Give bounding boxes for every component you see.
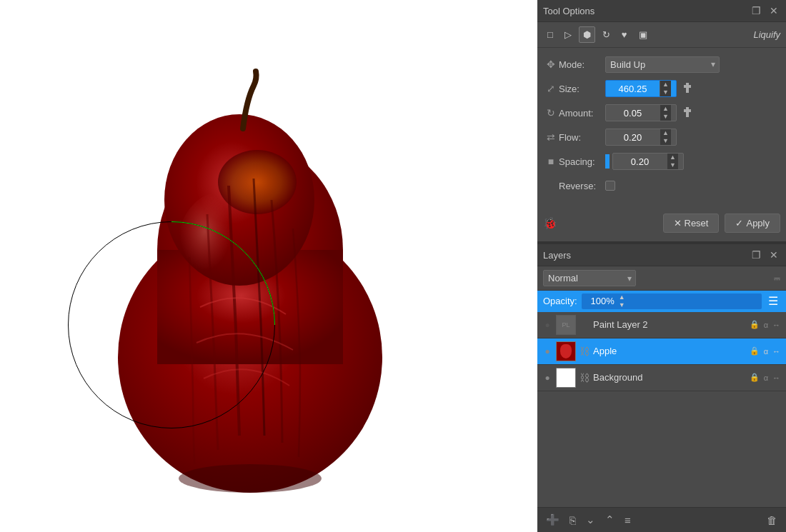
add-layer-btn[interactable]: ➕ [543,512,562,528]
tool-options-body: ✥ Mode: Build Up Normal Smear Rotate Pin… [537,48,786,208]
amount-input[interactable] [606,106,660,121]
reverse-control [605,181,780,191]
apply-btn[interactable]: ✓ Apply [725,214,780,233]
layer-visibility-apple[interactable]: ● [542,346,553,356]
amount-spinners: ▲ ▼ [660,105,671,121]
reverse-checkbox[interactable] [605,181,615,191]
reset-btn[interactable]: ✕ Reset [663,214,720,233]
rect-select-tool-btn[interactable]: □ [543,26,557,43]
size-input[interactable] [606,81,660,96]
spacing-input-wrap: ▲ ▼ [612,153,684,170]
opacity-increment-btn[interactable]: ▲ [617,293,627,301]
layers-title: Layers [543,250,571,261]
layer-item-paint-layer-2[interactable]: ● PL Paint Layer 2 🔒 α ↔ [537,312,786,338]
svg-point-5 [175,193,261,321]
layer-inherit-background[interactable]: ↔ [771,373,782,383]
opacity-input[interactable] [582,294,617,308]
amount-extra-btn[interactable]: 🕇 [680,106,695,119]
mode-select[interactable]: Build Up Normal Smear Rotate Pinch Infla… [605,56,720,73]
size-decrement-btn[interactable]: ▼ [660,89,671,96]
bug-report-btn[interactable]: 🐞 [543,216,557,230]
spacing-spinners: ▲ ▼ [667,154,678,169]
layers-filter-btn[interactable]: ⎓ [774,272,780,284]
spacing-input[interactable] [613,154,667,169]
layer-actions-paint-layer-2: 🔒 α ↔ [748,319,782,330]
paint-tool-btn[interactable]: ♥ [617,26,632,43]
layer-lock-paint-layer-2[interactable]: 🔒 [748,319,761,330]
size-extra-btn[interactable]: 🕇 [680,82,695,95]
tool-options-title: Tool Options [543,6,595,16]
selection-tool-btn[interactable]: ▣ [635,26,652,43]
tool-options-footer: 🐞 ✕ Reset ✓ Apply [537,208,786,241]
layers-header: Layers ❐ ✕ [537,243,786,266]
mode-dropdown-wrapper: Build Up Normal Smear Rotate Pinch Infla… [605,56,720,73]
flow-label: Flow: [559,132,605,143]
layer-lock-apple[interactable]: 🔒 [748,346,761,356]
svg-point-6 [179,464,322,493]
flow-increment-btn[interactable]: ▲ [660,129,671,137]
spacing-icon: ■ [543,156,559,167]
layers-list: ● PL Paint Layer 2 🔒 α ↔ ● ⛓ Apple [537,312,786,507]
layers-menu-btn[interactable]: ☰ [766,294,780,308]
spacing-increment-btn[interactable]: ▲ [667,154,678,161]
amount-control: ▲ ▼ 🕇 [605,104,780,121]
rotate-tool-btn[interactable]: ↻ [598,26,615,43]
flow-icon: ⇄ [543,131,559,143]
tool-label: Liquify [753,29,780,40]
layer-alpha-background[interactable]: α [762,373,770,383]
layer-alpha-paint-layer-2[interactable]: α [762,320,770,330]
spacing-label: Spacing: [559,156,605,167]
layers-toolbar: Normal Multiply Screen Overlay ⎓ [537,266,786,291]
opacity-input-wrap: ▲ ▼ [582,293,762,309]
canvas-area[interactable] [0,0,537,532]
flow-input[interactable] [606,130,660,145]
size-increment-btn[interactable]: ▲ [660,81,671,89]
delete-layer-btn[interactable]: 🗑 [764,513,780,528]
layer-inherit-apple[interactable]: ↔ [771,346,782,356]
flow-decrement-btn[interactable]: ▼ [660,137,671,145]
layer-actions-apple: 🔒 α ↔ [748,346,782,356]
amount-icon: ↻ [543,107,559,119]
reset-label: Reset [685,218,709,229]
layer-name-apple: Apple [593,346,745,356]
blend-mode-select[interactable]: Normal Multiply Screen Overlay [543,270,636,286]
restore-window-btn[interactable]: ❐ [750,4,763,17]
spacing-row: ■ Spacing: ▲ ▼ [543,152,780,171]
layer-item-background[interactable]: ● ⛓ Background 🔒 α ↔ [537,365,786,391]
layer-thumb-apple [556,341,576,361]
reset-icon: ✕ [674,218,682,229]
close-layers-btn[interactable]: ✕ [767,249,780,261]
duplicate-layer-btn[interactable]: ⎘ [567,513,579,528]
move-layer-down-btn[interactable]: ⌄ [583,512,598,528]
mode-icon: ✥ [543,59,559,70]
reverse-label: Reverse: [559,181,605,191]
layer-inherit-paint-layer-2[interactable]: ↔ [771,320,782,330]
amount-input-wrap: ▲ ▼ [605,104,677,121]
layer-alpha-apple[interactable]: α [762,346,770,356]
spacing-bar-indicator [605,154,610,169]
mode-control: Build Up Normal Smear Rotate Pinch Infla… [605,56,780,73]
layer-chain-background: ⛓ [579,372,590,383]
size-spinners: ▲ ▼ [660,81,671,96]
reverse-row: Reverse: [543,176,780,195]
close-tool-options-btn[interactable]: ✕ [767,4,780,17]
layer-item-apple[interactable]: ● ⛓ Apple 🔒 α ↔ [537,338,786,365]
mode-label: Mode: [559,59,605,70]
layer-visibility-background[interactable]: ● [542,373,553,383]
opacity-decrement-btn[interactable]: ▼ [617,301,627,309]
spacing-decrement-btn[interactable]: ▼ [667,161,678,169]
move-layer-up-btn[interactable]: ⌃ [602,512,617,528]
layer-visibility-paint-layer-2[interactable]: ● [542,320,553,330]
layer-thumb-paint-layer-2: PL [556,315,576,335]
apply-check-icon: ✓ [735,218,743,229]
amount-increment-btn[interactable]: ▲ [660,105,671,113]
restore-layers-btn[interactable]: ❐ [750,249,763,261]
merge-layer-btn[interactable]: ≡ [622,513,634,528]
size-input-wrap: ▲ ▼ [605,80,677,97]
size-control: ▲ ▼ 🕇 [605,80,780,97]
move-tool-btn[interactable]: ⬢ [579,26,595,43]
layer-lock-background[interactable]: 🔒 [748,372,761,383]
apply-label: Apply [746,218,770,229]
path-tool-btn[interactable]: ▷ [560,26,576,43]
amount-decrement-btn[interactable]: ▼ [660,113,671,121]
